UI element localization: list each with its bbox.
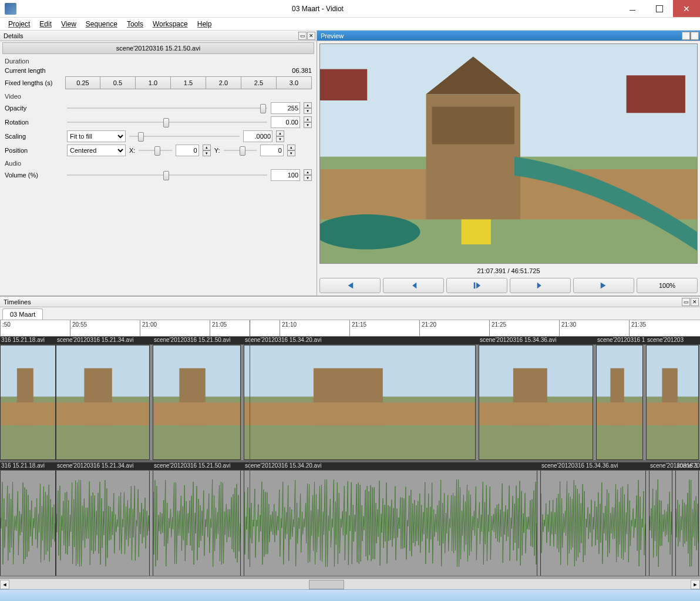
preview-dock-button[interactable]: ▭ [682,32,690,40]
playhead[interactable] [250,320,250,567]
audio-clip[interactable] [0,471,56,576]
audio-clip[interactable] [153,471,241,576]
rotation-value[interactable] [271,116,300,128]
volume-value[interactable] [271,169,300,181]
go-end-button[interactable] [573,278,634,293]
video-track[interactable] [0,345,700,462]
video-clip[interactable] [646,345,699,460]
len-btn-3[interactable]: 1.5 [171,76,206,89]
svg-rect-10 [474,283,476,289]
svg-rect-34 [597,402,642,425]
go-start-button[interactable] [319,278,381,293]
svg-rect-8 [320,69,367,100]
current-length-value: 06.381 [292,67,312,74]
pos-x-value[interactable] [176,145,199,156]
pos-x-spin[interactable]: ▲▼ [203,145,211,156]
video-clip[interactable] [0,345,56,460]
maximize-button[interactable] [646,0,673,17]
timelines-header[interactable]: Timelines ▭ ✕ [0,297,700,307]
len-btn-6[interactable]: 3.0 [277,76,312,89]
video-clip[interactable] [244,345,476,460]
details-panel: Details ▭ ✕ scene'20120316 15.21.50.avi … [0,31,317,296]
window-title: 03 Maart - Vidiot [16,5,619,13]
volume-label: Volume (%) [5,172,63,179]
len-btn-4[interactable]: 2.0 [206,76,241,89]
preview-close-button[interactable]: ✕ [691,32,699,40]
minimize-button[interactable] [619,0,646,17]
scaling-spin[interactable]: ▲▼ [276,130,284,142]
len-btn-2[interactable]: 1.0 [136,76,171,89]
video-clip[interactable] [596,345,643,460]
scaling-mode[interactable]: Fit to fill [67,130,126,142]
prev-frame-button[interactable] [383,278,444,293]
audio-clip[interactable] [649,471,672,576]
ruler-tick: :50 [0,320,11,337]
audio-clip-labels: 316 15.21.18.aviscene'20120316 15.21.34.… [0,462,700,471]
len-btn-1[interactable]: 0.5 [100,76,136,89]
menu-tools[interactable]: Tools [123,19,147,29]
transport-bar: 100% [317,276,700,296]
pos-y-label: Y: [214,147,220,154]
preview-header[interactable]: Preview ▭ ✕ [317,31,700,41]
menu-workspace[interactable]: Workspace [149,19,191,29]
timelines-close-button[interactable]: ✕ [691,298,699,306]
pos-y-value[interactable] [260,145,284,156]
menu-edit[interactable]: Edit [36,19,55,29]
rotation-slider[interactable] [67,117,267,127]
len-btn-5[interactable]: 2.5 [241,76,277,89]
play-button[interactable] [446,278,507,293]
video-clip[interactable] [479,345,593,460]
close-button[interactable] [673,0,700,17]
timeline-body[interactable]: :5020:5521:0021:0521:1021:1521:2021:2521… [0,320,700,579]
scroll-thumb[interactable] [309,580,344,589]
menubar: Project Edit View Sequence Tools Workspa… [0,18,700,31]
ruler-tick: 21:15 [349,320,366,337]
rotation-spin[interactable]: ▲▼ [304,116,312,128]
opacity-value[interactable] [271,102,300,114]
menu-sequence[interactable]: Sequence [82,19,121,29]
opacity-slider[interactable] [67,103,267,113]
details-header[interactable]: Details ▭ ✕ [0,31,317,41]
details-close-button[interactable]: ✕ [307,32,315,40]
scaling-slider[interactable] [129,131,240,142]
pos-x-label: X: [129,147,135,154]
audio-section: Audio [0,157,317,168]
opacity-spin[interactable]: ▲▼ [304,102,312,114]
timeline-ruler[interactable]: :5020:5521:0021:0521:1021:1521:2021:2521… [0,320,700,337]
menu-view[interactable]: View [58,19,80,29]
statusbar [0,589,700,601]
audio-track[interactable] [0,471,700,576]
timelines-dock-button[interactable]: ▭ [682,298,690,306]
volume-spin[interactable]: ▲▼ [304,169,312,181]
timeline-scrollbar[interactable]: ◄ ► [0,579,700,589]
scroll-left-button[interactable]: ◄ [0,580,9,589]
preview-viewport[interactable] [319,43,698,264]
audio-clip[interactable] [244,471,537,576]
audio-clip[interactable] [56,471,150,576]
timelines-title: Timelines [4,298,31,305]
menu-help[interactable]: Help [194,19,216,29]
menu-project[interactable]: Project [5,19,33,29]
pos-x-slider[interactable] [139,145,171,156]
details-dock-button[interactable]: ▭ [298,32,307,40]
scroll-right-button[interactable]: ► [691,580,700,589]
volume-slider[interactable] [67,170,267,180]
svg-rect-5 [432,107,514,145]
video-clip-label: scene'20120316 15.34.36.avi [479,337,556,343]
pos-y-slider[interactable] [224,145,257,156]
scaling-value[interactable] [243,130,272,142]
timeline-tab[interactable]: 03 Maart [2,308,43,320]
svg-rect-22 [153,402,240,425]
audio-clip[interactable] [675,471,699,576]
video-clip[interactable] [153,345,241,460]
len-btn-0[interactable]: 0.25 [65,76,100,89]
position-mode[interactable]: Centered [67,145,126,156]
audio-clip[interactable] [540,471,646,576]
pos-y-spin[interactable]: ▲▼ [287,145,295,156]
titlebar: 03 Maart - Vidiot [0,0,700,18]
rotation-label: Rotation [5,119,63,126]
video-clip[interactable] [56,345,150,460]
next-frame-button[interactable] [510,278,571,293]
zoom-level[interactable]: 100% [637,278,698,293]
ruler-tick: 21:05 [210,320,227,337]
